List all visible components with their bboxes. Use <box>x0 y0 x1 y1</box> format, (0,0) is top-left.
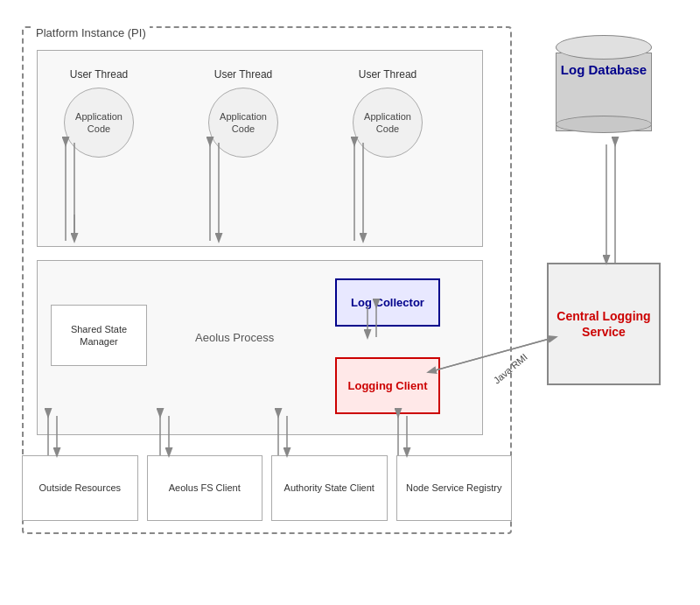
app-code-circle-2: Application Code <box>208 88 278 158</box>
outside-resources-label: Outside Resources <box>38 482 121 495</box>
user-thread-label-2: User Thread <box>214 68 272 81</box>
user-thread-label-3: User Thread <box>359 68 416 81</box>
central-logging-label: Central Logging Service <box>549 308 659 340</box>
cylinder-bottom <box>556 116 652 133</box>
app-code-circle-3: Application Code <box>353 88 423 158</box>
shared-state-manager-box: Shared State Manager <box>51 305 147 366</box>
user-threads-box: User Thread Application Code User Thread… <box>37 50 483 247</box>
outside-resources-box: Outside Resources <box>22 455 138 521</box>
logging-client-box: Logging Client <box>335 357 440 414</box>
node-service-registry-box: Node Service Registry <box>396 455 513 521</box>
bottom-boxes: Outside Resources Aeolus FS Client Autho… <box>22 455 512 521</box>
user-thread-label-1: User Thread <box>70 68 128 81</box>
user-thread-2: User Thread Application Code <box>208 68 278 158</box>
log-database-label: Log Database <box>556 61 652 79</box>
shared-state-label: Shared State Manager <box>52 323 146 348</box>
log-database-cylinder: Log Database <box>556 35 652 140</box>
authority-state-label: Authority State Client <box>284 482 374 495</box>
aeolus-label: Aeolus Process <box>195 331 274 344</box>
authority-state-client-box: Authority State Client <box>271 455 388 521</box>
central-logging-service-box: Central Logging Service <box>547 263 661 385</box>
node-service-label: Node Service Registry <box>406 482 501 495</box>
log-collector-label: Log Collector <box>351 296 424 309</box>
app-code-circle-1: Application Code <box>64 88 134 158</box>
cylinder-top <box>556 35 652 60</box>
aeolus-fs-client-box: Aeolus FS Client <box>147 455 263 521</box>
aeolus-process-box: Aeolus Process Shared State Manager Log … <box>37 260 483 435</box>
logging-client-label: Logging Client <box>348 379 428 392</box>
aeolus-fs-label: Aeolus FS Client <box>169 482 241 495</box>
log-collector-box: Log Collector <box>335 278 440 327</box>
diagram: Platform Instance (PI) User Thread Appli… <box>13 9 678 595</box>
user-thread-3: User Thread Application Code <box>353 68 423 158</box>
platform-instance-label: Platform Instance (PI) <box>32 26 150 39</box>
user-thread-1: User Thread Application Code <box>64 68 134 158</box>
